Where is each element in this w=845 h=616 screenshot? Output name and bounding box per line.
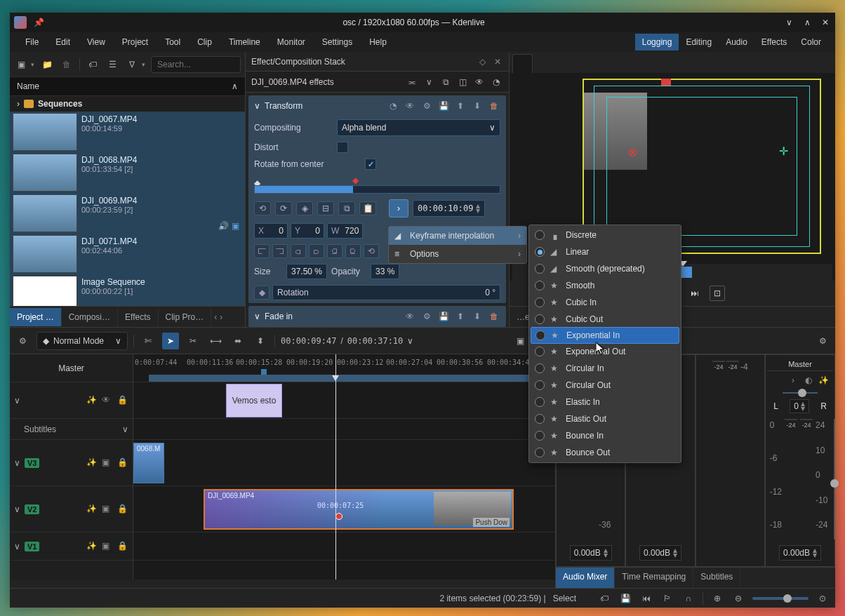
zoom-slider[interactable] [752,597,809,600]
workspace-effects[interactable]: Effects [754,34,794,51]
tab-next-icon[interactable]: › [220,312,222,322]
subtitle-label-row[interactable]: Subtitles ∨ [10,419,133,440]
movedown-icon[interactable]: ⬇ [471,310,484,323]
skip-icon[interactable]: ⏮ [639,591,653,605]
clip-item[interactable]: DJI_0068.MP4 00:01:33:54 [2] [10,152,245,193]
filter-dropdown-icon[interactable]: ▾ [142,61,145,68]
filter-icon[interactable]: ∇ [125,58,139,72]
clip-item[interactable]: Image Sequence 00:00:00:22 [1] [10,274,245,306]
menu-keyframe-interpolation[interactable]: ◢ Keyframe interpolation › [389,227,526,245]
subtitle-clip[interactable]: Vemos esto [226,384,282,417]
monitor-tab[interactable] [512,54,533,73]
clip-item[interactable]: DJI_0071.MP4 00:02:44:06 [10,234,245,274]
menu-view[interactable]: View [79,34,114,50]
settings-icon[interactable]: ⚙ [420,310,433,323]
menu-project[interactable]: Project [114,34,157,50]
menu-options[interactable]: ≡ Options › [389,245,526,263]
pan-slider[interactable] [767,389,833,396]
collapse-icon[interactable]: ∨ [254,312,260,321]
menu-tool[interactable]: Tool [157,34,189,50]
size-field[interactable]: 37.50 % [286,264,327,279]
stopwatch-icon[interactable]: ◔ [489,76,503,88]
subtitle-track-header[interactable]: ∨ ✨ 👁 🔒 [10,382,133,419]
eye-icon[interactable]: 👁 [404,100,416,112]
tab-effects[interactable]: Effects [118,308,158,326]
close-panel-icon[interactable]: ✕ [492,56,503,67]
tag-icon[interactable]: 🏷 [86,58,100,72]
pin-icon[interactable]: 📌 [34,18,44,27]
menu-monitor[interactable]: Monitor [269,34,314,50]
align-right-icon[interactable]: ⫏ [291,244,306,258]
save-icon[interactable]: 💾 [437,310,450,323]
delete-effect-icon[interactable]: 🗑 [488,310,500,323]
interp-exponential-in[interactable]: ★Exponential In [531,327,679,344]
tag-icon[interactable]: 🏷 [597,591,611,605]
kf-prev-icon[interactable]: ⟲ [254,201,271,215]
tab-compositions[interactable]: Composi… [62,308,118,326]
clip-item[interactable]: DJI_0069.MP4 00:00:23:59 [2] 🔊▣ [10,193,245,234]
y-field[interactable]: Y0 [291,223,324,239]
kf-del-icon[interactable]: ⊟ [317,201,334,215]
align-vcenter-icon[interactable]: ⫑ [327,244,342,258]
minimize-icon[interactable]: ∨ [783,17,794,28]
zoom-in-icon[interactable]: ⊕ [710,591,724,605]
flag-icon[interactable]: 🏳 [660,591,674,605]
delete-effect-icon[interactable]: 🗑 [488,100,500,112]
collapse-icon[interactable]: ∨ [254,101,260,111]
lock-icon[interactable]: 🔒 [117,504,128,515]
list-icon[interactable]: ☰ [105,58,119,72]
overlay-icon[interactable]: ⊡ [710,286,725,301]
tab-project-bin[interactable]: Project … [10,308,62,326]
interp-cubic-out[interactable]: ★Cubic Out [529,311,681,328]
keyframe-icon[interactable]: ◔ [387,100,399,112]
db-field[interactable]: 0.00dB▴▾ [639,545,681,561]
menu-settings[interactable]: Settings [314,34,361,50]
master-db-field[interactable]: 0.00dB▴▾ [779,545,821,561]
mute-icon[interactable]: ◐ [802,374,815,387]
menu-help[interactable]: Help [361,34,395,50]
track-v1[interactable] [133,533,555,561]
collapse-icon[interactable]: ∨ [14,396,20,406]
edit-mode-select[interactable]: ◆ Normal Mode ∨ [36,332,128,350]
lock-icon[interactable]: 🔒 [117,541,128,552]
tab-prev-icon[interactable]: ‹ [214,312,217,322]
workspace-editing[interactable]: Editing [679,34,719,51]
magnet-icon[interactable]: ∩ [681,591,696,605]
interp-discrete[interactable]: ▗Discrete [529,227,681,243]
visible-icon[interactable]: 👁 [472,76,486,88]
fx-icon[interactable]: ✨ [818,374,830,387]
fx-icon[interactable]: ✨ [86,395,98,406]
kf-paste-icon[interactable]: 📋 [359,201,376,215]
keyframe-dot[interactable] [335,513,342,520]
kf-copy-icon[interactable]: ⧉ [338,201,355,215]
sort-icon[interactable]: ∧ [232,81,238,91]
subtitle-track[interactable]: Vemos esto [133,382,555,419]
copy-icon[interactable]: ⧉ [439,76,453,88]
interp-elastic-in[interactable]: ★Elastic In [529,394,681,410]
lock-icon[interactable]: 🔒 [117,395,128,406]
video-icon[interactable]: ▣ [102,504,113,515]
next-icon[interactable]: › [787,374,799,387]
compare-icon[interactable]: ◫ [455,76,470,88]
maximize-icon[interactable]: ∧ [801,17,813,28]
select-tool-icon[interactable]: ➤ [162,333,179,349]
video-clip-v2[interactable]: DJI_0069.MP4 00:00:07:25 Push Dow [204,489,514,530]
video-icon[interactable]: ▣ [102,457,113,469]
workspace-audio[interactable]: Audio [719,34,754,51]
track-v2[interactable]: DJI_0069.MP4 00:00:07:25 Push Dow [133,486,555,533]
x-field[interactable]: X0 [254,223,288,239]
marker-icon[interactable] [261,369,267,375]
sequences-folder[interactable]: › Sequences [10,96,245,112]
zoom-fit-icon[interactable]: ⊙ [816,591,830,605]
moveup-icon[interactable]: ⬆ [454,310,467,323]
mixer-settings-icon[interactable]: ⚙ [814,333,831,349]
rotation-kf-icon[interactable]: ◆ [254,286,270,300]
eye-icon[interactable]: 👁 [404,310,416,323]
track-v2-header[interactable]: ∨ V2 ✨ ▣ 🔒 [10,486,133,533]
align-left-icon[interactable]: ⫍ [254,244,270,258]
timeline-playhead[interactable] [335,354,336,580]
interp-exponential-out[interactable]: ★Exponential Out [529,343,681,360]
opacity-field[interactable]: 33 % [371,264,399,279]
add-clip-icon[interactable]: ▣ [14,58,28,72]
fx-icon[interactable]: ✨ [86,541,98,552]
